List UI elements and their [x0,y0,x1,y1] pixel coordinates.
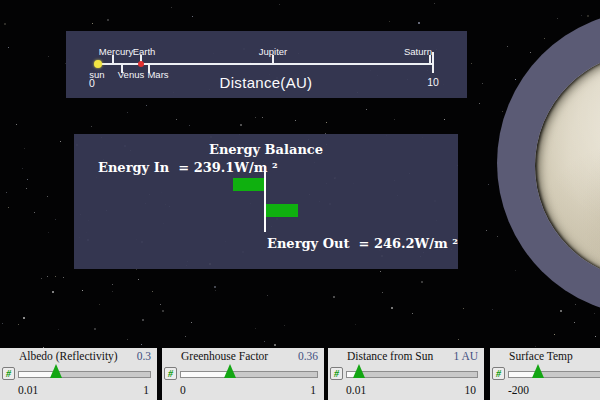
star [189,125,190,126]
earth-label: Earth [133,47,156,57]
star [295,120,296,121]
venus-label: Venus [118,70,144,80]
simulation-view: Mercury Earth Jupiter Saturn sun Venus M… [0,0,600,400]
star [48,232,49,233]
star [215,290,216,291]
star [160,304,161,305]
star [191,322,192,323]
star [48,56,49,57]
slider-albedo-thumb[interactable] [50,364,62,378]
star [92,23,93,24]
slider-greenhouse-value: 0.36 [298,350,318,362]
slider-distance-track[interactable] [346,371,478,378]
star [557,18,558,19]
slider-surface-temp-track[interactable] [508,371,600,378]
axis-max-label: 10 [427,77,439,87]
star [142,319,144,321]
star [112,291,113,292]
star [55,276,56,277]
star [530,52,531,53]
star [16,124,17,125]
star [138,279,139,280]
star [4,23,6,25]
slider-surface-temp: Surface Temp # -200 [490,348,600,400]
slider-greenhouse-track[interactable] [180,371,318,378]
star [380,271,381,272]
star [8,47,9,48]
slider-distance-min: 0.01 [346,384,366,396]
star [58,329,59,330]
sun-icon [94,60,102,68]
slider-greenhouse: Greenhouse Factor 0.36 # 0 1 [162,348,324,400]
slider-distance: Distance from Sun 1 AU # 0.01 10 [328,348,484,400]
star [575,304,576,305]
slider-surface-temp-thumb[interactable] [532,364,544,378]
energy-out-bar [266,204,298,217]
star [274,344,276,346]
slider-greenhouse-thumb[interactable] [224,364,236,378]
planet-position-marker [138,61,144,67]
star [515,79,516,80]
slider-albedo: Albedo (Reflectivity) 0.3 # 0.01 1 [0,348,157,400]
slider-albedo-track[interactable] [18,371,151,378]
slider-greenhouse-label: Greenhouse Factor [181,350,268,362]
star [82,290,83,291]
star [192,16,193,17]
energy-out-label: Energy Out = 246.2W/m ² [267,236,458,251]
star [240,124,242,126]
star [162,310,164,312]
star [34,212,35,213]
star [91,126,92,127]
slider-albedo-min: 0.01 [18,384,38,396]
slider-albedo-label: Albedo (Reflectivity) [19,350,118,362]
saturn-label: Saturn [404,47,432,57]
star [99,304,100,305]
distance-scale-panel: Mercury Earth Jupiter Saturn sun Venus M… [66,31,467,98]
star [255,328,256,329]
energy-in-bar [233,178,264,191]
star [60,141,61,142]
slider-surface-temp-hash-button[interactable]: # [492,367,505,380]
star [52,291,54,293]
slider-greenhouse-min: 0 [180,384,186,396]
star [6,192,7,193]
star [112,284,113,285]
slider-greenhouse-hash-button[interactable]: # [164,367,177,380]
slider-distance-thumb[interactable] [353,364,365,378]
star [94,328,96,330]
star [587,15,589,17]
star [434,3,435,4]
star [421,281,423,283]
star [214,286,216,288]
star [412,313,413,314]
star [141,344,142,345]
star [107,19,109,21]
star [41,278,42,279]
star [458,339,459,340]
star [333,296,335,298]
star [47,276,48,277]
star [8,207,9,208]
slider-distance-hash-button[interactable]: # [330,367,343,380]
star [544,38,545,39]
slider-distance-value: 1 AU [453,350,478,362]
star [176,119,177,120]
slider-albedo-value: 0.3 [137,350,151,362]
star [444,119,445,120]
slider-albedo-hash-button[interactable]: # [2,367,15,380]
slider-albedo-max: 1 [143,384,149,396]
star [479,103,480,104]
star [574,322,575,323]
star [127,339,128,340]
star [488,184,489,185]
star [515,270,516,271]
star [171,7,172,8]
star [418,22,420,24]
star [23,317,25,319]
jupiter-label: Jupiter [259,47,288,57]
slider-distance-label: Distance from Sun [347,350,433,362]
star [594,313,595,314]
slider-distance-max: 10 [465,384,477,396]
energy-in-label: Energy In = 239.1W/m ² [98,160,278,175]
star [502,111,503,112]
